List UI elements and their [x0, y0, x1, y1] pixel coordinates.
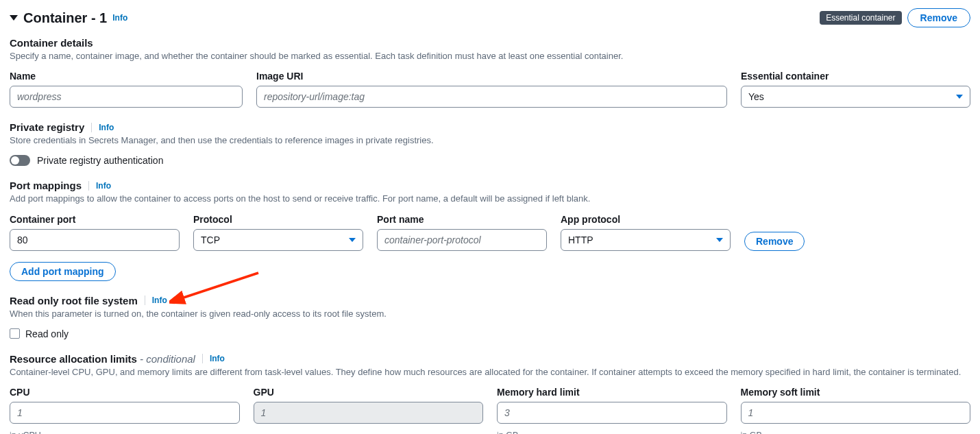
collapse-caret-icon[interactable] — [10, 15, 18, 21]
memory-soft-hint: in GB — [741, 431, 971, 434]
port-mappings-title: Port mappings — [10, 180, 82, 191]
remove-port-button[interactable]: Remove — [744, 232, 805, 251]
private-registry-desc: Store credentials in Secrets Manager, an… — [10, 134, 970, 147]
chevron-down-icon — [349, 238, 356, 242]
app-protocol-select[interactable]: HTTP — [561, 229, 731, 251]
resource-limits-conditional: - conditional — [137, 353, 195, 365]
memory-soft-input[interactable] — [741, 402, 971, 424]
readonly-title: Read only root file system — [10, 295, 138, 306]
readonly-checkbox-label: Read only — [25, 328, 69, 339]
remove-container-button[interactable]: Remove — [907, 8, 970, 27]
container-port-input[interactable] — [10, 229, 180, 251]
panel-info-link[interactable]: Info — [112, 13, 127, 23]
readonly-desc: When this parameter is turned on, the co… — [10, 308, 970, 320]
name-input[interactable] — [10, 86, 243, 108]
container-port-label: Container port — [10, 214, 180, 225]
protocol-select-value: TCP — [201, 234, 220, 245]
private-registry-toggle[interactable] — [10, 155, 30, 166]
essential-container-badge: Essential container — [820, 11, 901, 25]
cpu-hint: in vCPU — [10, 431, 240, 434]
essential-label: Essential container — [741, 71, 970, 82]
image-uri-label: Image URI — [256, 71, 727, 82]
chevron-down-icon — [716, 238, 723, 242]
gpu-label: GPU — [254, 387, 484, 398]
port-mappings-info-link[interactable]: Info — [88, 181, 111, 191]
private-registry-info-link[interactable]: Info — [91, 123, 114, 132]
port-mappings-desc: Add port mappings to allow the container… — [10, 193, 970, 205]
resource-limits-info-link[interactable]: Info — [202, 354, 225, 363]
gpu-input — [254, 402, 484, 424]
memory-hard-label: Memory hard limit — [497, 387, 727, 398]
essential-select-value: Yes — [748, 91, 764, 102]
resource-limits-title: Resource allocation limits - conditional — [10, 353, 195, 365]
memory-hard-input[interactable] — [497, 402, 727, 424]
gpu-hint — [254, 431, 484, 434]
add-port-mapping-button[interactable]: Add port mapping — [10, 262, 116, 281]
name-label: Name — [10, 71, 243, 82]
app-protocol-label: App protocol — [561, 214, 731, 225]
container-details-title: Container details — [10, 37, 93, 49]
readonly-info-link[interactable]: Info — [145, 296, 167, 305]
protocol-select[interactable]: TCP — [193, 229, 363, 251]
container-details-desc: Specify a name, container image, and whe… — [10, 50, 970, 62]
memory-hard-hint: in GB — [497, 431, 727, 434]
protocol-label: Protocol — [193, 214, 363, 225]
resource-limits-title-text: Resource allocation limits — [10, 353, 137, 365]
readonly-checkbox[interactable] — [10, 328, 20, 339]
chevron-down-icon — [956, 95, 963, 99]
port-name-label: Port name — [377, 214, 547, 225]
private-registry-toggle-label: Private registry authentication — [37, 155, 163, 166]
cpu-input[interactable] — [10, 402, 240, 424]
app-protocol-select-value: HTTP — [568, 234, 593, 245]
image-uri-input[interactable] — [256, 86, 727, 108]
memory-soft-label: Memory soft limit — [741, 387, 971, 398]
panel-title: Container - 1 — [23, 10, 107, 26]
essential-select[interactable]: Yes — [741, 86, 970, 108]
private-registry-title: Private registry — [10, 121, 84, 133]
cpu-label: CPU — [10, 387, 240, 398]
resource-limits-desc: Container-level CPU, GPU, and memory lim… — [10, 366, 970, 378]
port-name-input[interactable] — [377, 229, 547, 251]
